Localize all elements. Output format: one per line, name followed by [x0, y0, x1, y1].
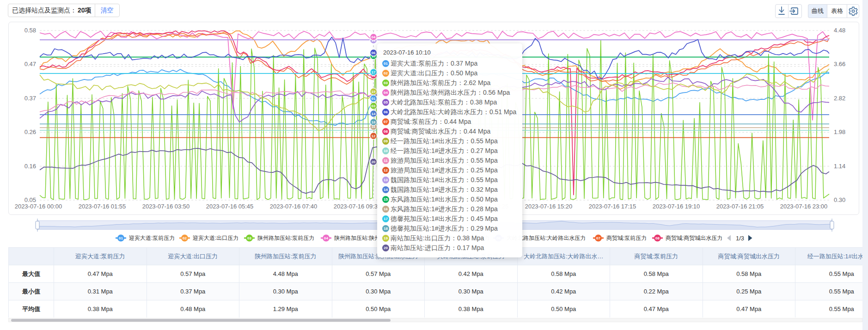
svg-text:0.26: 0.26 [24, 128, 36, 135]
svg-text:3.66: 3.66 [834, 61, 845, 67]
svg-text:4.48: 4.48 [834, 27, 845, 34]
svg-text:03: 03 [247, 236, 251, 240]
svg-text:03: 03 [372, 104, 376, 108]
svg-text:1/3: 1/3 [736, 235, 744, 242]
svg-text:1.14: 1.14 [834, 163, 845, 170]
svg-text:20: 20 [372, 160, 376, 164]
svg-text:01: 01 [119, 236, 123, 240]
svg-text:0.16: 0.16 [24, 163, 36, 170]
svg-text:06: 06 [372, 51, 376, 55]
svg-text:商贸城:泵前压力: 商贸城:泵前压力 [606, 235, 647, 241]
svg-text:0.37: 0.37 [24, 95, 36, 102]
svg-text:04: 04 [372, 35, 376, 39]
svg-text:迎宾大道:出口压力: 迎宾大道:出口压力 [193, 235, 238, 241]
svg-text:2.82: 2.82 [834, 95, 845, 102]
svg-text:2023-07-16 19:10: 2023-07-16 19:10 [653, 203, 700, 210]
svg-text:2023-07-16 07:40: 2023-07-16 07:40 [270, 203, 318, 210]
svg-text:0.58: 0.58 [24, 27, 36, 34]
svg-text:14: 14 [372, 112, 376, 116]
svg-text:2023-07-16 09:35: 2023-07-16 09:35 [334, 203, 381, 210]
svg-text:2023-07-16 17:15: 2023-07-16 17:15 [589, 203, 636, 210]
svg-text:迎宾大道:泵前压力: 迎宾大道:泵前压力 [129, 235, 175, 241]
svg-text:2023-07-16 00:00: 2023-07-16 00:00 [15, 203, 62, 210]
svg-text:2023-07-16 03:50: 2023-07-16 03:50 [142, 203, 190, 210]
svg-text:19: 19 [372, 90, 376, 94]
svg-text:01: 01 [372, 97, 376, 101]
svg-text:商贸城:商贸城出水压力: 商贸城:商贸城出水压力 [666, 235, 722, 241]
svg-text:0.05: 0.05 [24, 196, 36, 203]
svg-text:08: 08 [655, 236, 660, 240]
svg-text:2023-07-16 15:20: 2023-07-16 15:20 [525, 203, 573, 210]
svg-text:0.30: 0.30 [834, 196, 845, 203]
svg-text:2023-07-16 01:55: 2023-07-16 01:55 [79, 203, 126, 210]
svg-text:2023-07-16 21:05: 2023-07-16 21:05 [716, 203, 764, 210]
svg-text:2023-07-16 23:00: 2023-07-16 23:00 [780, 203, 828, 210]
svg-text:陕州路加压站:泵前压力: 陕州路加压站:泵前压力 [257, 235, 314, 241]
svg-text:07: 07 [596, 236, 600, 240]
svg-text:04: 04 [324, 236, 328, 240]
svg-text:17: 17 [372, 70, 376, 74]
svg-text:18: 18 [372, 120, 376, 124]
svg-text:02: 02 [183, 236, 187, 240]
svg-text:0.47: 0.47 [24, 61, 36, 67]
svg-text:1.98: 1.98 [834, 128, 845, 135]
svg-text:2023-07-16 05:45: 2023-07-16 05:45 [206, 203, 254, 210]
svg-text:12: 12 [372, 134, 376, 138]
